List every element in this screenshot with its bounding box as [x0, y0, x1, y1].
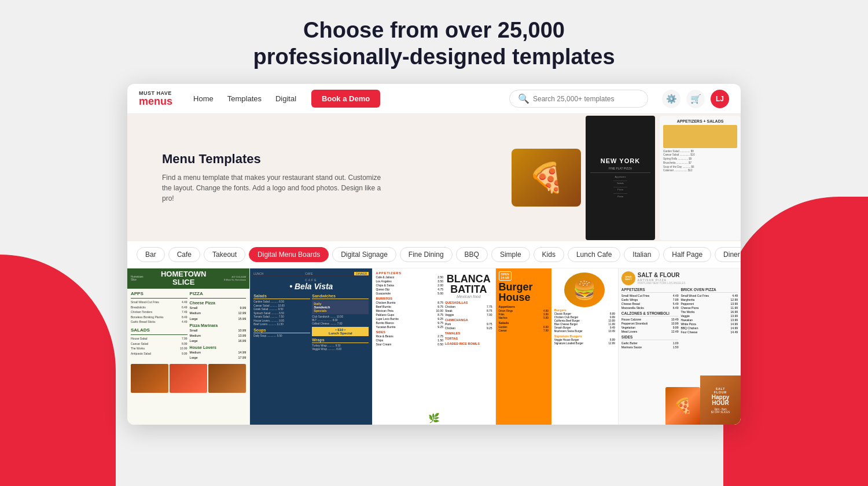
nav-digital[interactable]: Digital [274, 92, 297, 105]
nav-templates[interactable]: Templates [226, 92, 263, 105]
filter-tab-bar[interactable]: Bar [137, 247, 165, 262]
template-mexican-inner: APPETIZERS Cafe & Jalisco2.50 Los Angele… [373, 268, 495, 425]
pizza-photo-2 [170, 364, 207, 393]
cart-button[interactable]: 🛒 [686, 90, 705, 108]
template-card-salt-flour[interactable]: OPENDAILY SALT & FLOUR ARTISAN PIZZA POR… [619, 268, 741, 425]
pizza-slice-image: 🍕 [665, 387, 700, 425]
template-card-cafe-bela-vista[interactable]: LUNCH CAFE DINNER CAFE • Bela Vista Sala… [250, 268, 373, 425]
nav-icons: ⚙️ 🛒 LJ [662, 90, 729, 108]
filter-tab-kids[interactable]: Kids [534, 247, 564, 262]
templates-grid: HometownSlice HOMETOWNSLICE 407-555-8408… [127, 268, 741, 425]
banner-description: Find a menu template that makes your res… [162, 172, 382, 204]
nav-home[interactable]: Home [192, 92, 215, 105]
hero-banner: Menu Templates Find a menu template that… [127, 114, 741, 241]
settings-button[interactable]: ⚙️ [662, 90, 681, 108]
main-container: Choose from over 25,000 professionally-d… [0, 0, 868, 425]
template-hometown-inner: HometownSlice HOMETOWNSLICE 407-555-8408… [127, 268, 249, 425]
filter-tab-diner[interactable]: Diner [715, 247, 741, 262]
hero-preview-images: 🍕 NEW YORK FINE FLAT PIZZA Appetizers———… [512, 114, 741, 241]
book-demo-button[interactable]: Book a Demo [311, 90, 380, 108]
pizza-photos [131, 364, 246, 393]
happy-hour-overlay: SALT FLOUR HappyHOUR 3pm - 6pm$2 OFF SLI… [700, 375, 741, 425]
filter-tab-fine[interactable]: Fine Dining [400, 247, 453, 262]
filter-tab-bbq[interactable]: BBQ [456, 247, 488, 262]
nav-links: Home Templates Digital [192, 92, 297, 105]
pizza-photo-1 [131, 364, 168, 393]
template-card-hometown-slice[interactable]: HometownSlice HOMETOWNSLICE 407-555-8408… [127, 268, 250, 425]
logo[interactable]: MUST HAVE menus [139, 91, 172, 106]
search-icon: 🔍 [518, 93, 529, 104]
filter-tab-simple[interactable]: Simple [491, 247, 530, 262]
user-avatar[interactable]: LJ [711, 90, 729, 108]
filter-tab-cafe[interactable]: Cafe [168, 247, 200, 262]
filter-tab-lunch[interactable]: Lunch Cafe [568, 247, 620, 262]
template-cafe-inner: LUNCH CAFE DINNER CAFE • Bela Vista Sala… [250, 268, 372, 425]
pizza-photo-3 [208, 364, 246, 393]
t1-header: HometownSlice HOMETOWNSLICE 407-555-8408… [127, 268, 249, 289]
filter-tab-halfpage[interactable]: Half Page [663, 247, 711, 262]
light-menu-preview: APPETIZERS + SALADS Garden Salad .......… [660, 116, 741, 240]
nav-bar: MUST HAVE menus Home Templates Digital B… [127, 84, 741, 114]
filter-tab-digital[interactable]: Digital Menu Boards [249, 247, 329, 262]
dark-menu-preview: NEW YORK FINE FLAT PIZZA Appetizers—————… [586, 116, 655, 240]
t1-menu-cols: APPS Small Wood-Cut Fries4.49 Breadstick… [131, 291, 246, 362]
app-window: MUST HAVE menus Home Templates Digital B… [127, 84, 741, 425]
search-bar: 🔍 [509, 90, 648, 108]
filter-tab-italian[interactable]: Italian [624, 247, 660, 262]
t4-brand: BurgerHouse [499, 282, 549, 303]
filter-tab-signage[interactable]: Digital Signage [332, 247, 396, 262]
filter-tabs: Bar Cafe Takeout Digital Menu Boards Dig… [127, 241, 741, 268]
logo-bottom: menus [139, 96, 172, 106]
pizza-preview-image: 🍕 [512, 149, 581, 207]
hero-line1: Choose from over 25,000 [303, 18, 565, 42]
search-input[interactable] [533, 95, 639, 103]
filter-tab-takeout[interactable]: Takeout [204, 247, 245, 262]
template-burger-inner: OPEN24 HR BurgerHouse Appetizers Onion R… [496, 268, 618, 425]
template-card-blanca-batita[interactable]: APPETIZERS Cafe & Jalisco2.50 Los Angele… [373, 268, 495, 425]
t2-name: • Bela Vista [253, 282, 369, 291]
template-card-burger-house[interactable]: OPEN24 HR BurgerHouse Appetizers Onion R… [496, 268, 619, 425]
hero-line2: professionally-designed templates [253, 45, 615, 69]
page-hero-title: Choose from over 25,000 professionally-d… [253, 17, 615, 70]
